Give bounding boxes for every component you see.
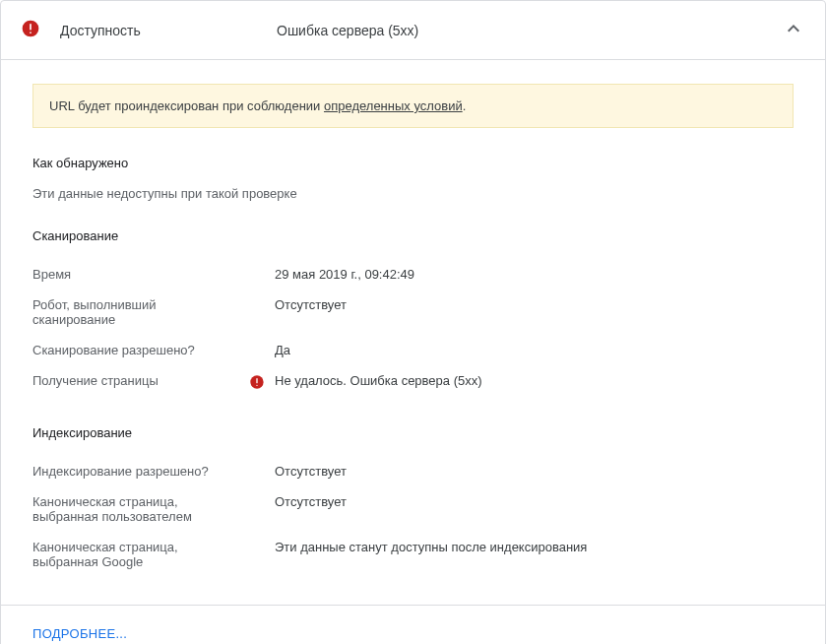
discovery-note: Эти данные недоступны при такой проверке [32, 186, 794, 201]
svg-rect-2 [30, 32, 32, 33]
section-title-discovery: Как обнаружено [32, 156, 794, 170]
row-crawl-fetch: Получение страницы Не удалось. Ошибка се… [32, 365, 794, 398]
svg-rect-4 [256, 378, 257, 383]
section-title-crawl: Сканирование [32, 228, 794, 243]
banner-prefix: URL будет проиндексирован при соблюдении [49, 98, 324, 113]
card-body: URL будет проиндексирован при соблюдении… [1, 60, 825, 644]
section-title-indexing: Индексирование [32, 425, 794, 440]
label-crawl-robot: Робот, выполнивший сканирование [32, 297, 249, 327]
svg-rect-1 [30, 24, 32, 31]
value-crawl-time: 29 мая 2019 г., 09:42:49 [275, 267, 794, 282]
help-icon[interactable] [225, 547, 241, 562]
row-google-canonical: Каноническая страница, выбранная Google … [32, 532, 794, 577]
label-google-canonical: Каноническая страница, выбранная Google [32, 540, 249, 569]
row-crawl-robot: Робот, выполнивший сканирование Отсутств… [32, 290, 794, 335]
header-title: Доступность [60, 23, 277, 38]
label-crawl-allowed: Сканирование разрешено? [32, 343, 249, 357]
row-crawl-time: Время 29 мая 2019 г., 09:42:49 [32, 259, 794, 290]
value-crawl-robot: Отсутствует [275, 297, 794, 312]
value-google-canonical: Эти данные станут доступны после индекси… [275, 540, 794, 554]
info-banner: URL будет проиндексирован при соблюдении… [32, 84, 794, 128]
card-header[interactable]: Доступность Ошибка сервера (5xx) [1, 1, 825, 60]
label-indexing-allowed: Индексирование разрешено? [32, 464, 249, 479]
label-crawl-time: Время [32, 267, 249, 282]
section-indexing: Индексирование Индексирование разрешено?… [32, 425, 794, 577]
value-crawl-allowed: Да [275, 343, 794, 357]
svg-rect-5 [256, 385, 257, 386]
banner-suffix: . [463, 98, 467, 113]
label-user-canonical: Каноническая страница, выбранная пользов… [32, 494, 249, 524]
section-crawl: Сканирование Время 29 мая 2019 г., 09:42… [32, 228, 794, 398]
availability-card: Доступность Ошибка сервера (5xx) URL буд… [0, 0, 826, 644]
error-icon [21, 19, 40, 41]
fetch-error-icon [249, 373, 275, 390]
row-user-canonical: Каноническая страница, выбранная пользов… [32, 486, 794, 532]
card-footer: Подробнее... [1, 605, 825, 644]
row-indexing-allowed: Индексирование разрешено? Отсутствует [32, 456, 794, 486]
header-subtitle: Ошибка сервера (5xx) [277, 23, 782, 38]
chevron-up-icon[interactable] [782, 17, 805, 43]
value-user-canonical: Отсутствует [275, 494, 794, 509]
value-indexing-allowed: Отсутствует [275, 464, 794, 479]
more-link[interactable]: Подробнее... [32, 626, 127, 641]
section-discovery: Как обнаружено Эти данные недоступны при… [32, 156, 794, 201]
value-crawl-fetch: Не удалось. Ошибка сервера (5xx) [275, 373, 794, 388]
label-crawl-fetch: Получение страницы [32, 373, 249, 388]
row-crawl-allowed: Сканирование разрешено? Да [32, 335, 794, 365]
banner-link[interactable]: определенных условий [324, 98, 463, 113]
